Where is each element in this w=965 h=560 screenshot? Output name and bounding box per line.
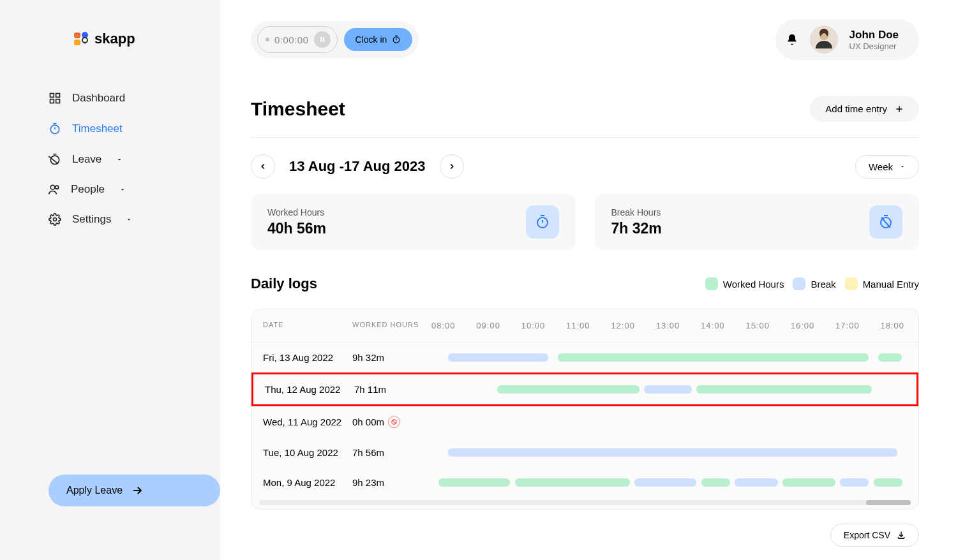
export-row: Export CSV xyxy=(251,524,919,547)
tick: 08:00 xyxy=(431,321,456,330)
clock-in-button[interactable]: Clock in xyxy=(344,28,413,51)
svg-rect-7 xyxy=(56,99,60,103)
timeline-ticks: 08:00 09:00 10:00 11:00 12:00 13:00 14:0… xyxy=(429,321,907,330)
row-timeline xyxy=(431,385,905,394)
log-row-highlighted[interactable]: Thu, 12 Aug 2022 7h 11m xyxy=(251,372,918,406)
user-info[interactable]: John Doe UX Designer xyxy=(849,29,899,51)
tick: 10:00 xyxy=(521,321,546,330)
chevron-down-icon xyxy=(125,216,133,223)
legend-swatch-worked xyxy=(705,277,718,290)
log-row[interactable]: Tue, 10 Aug 2022 7h 56m xyxy=(251,438,918,468)
download-icon xyxy=(897,531,906,540)
work-bar xyxy=(696,385,872,394)
row-timeline xyxy=(429,448,907,457)
work-bar xyxy=(515,478,630,487)
timer-icon xyxy=(392,35,401,44)
row-date: Fri, 13 Aug 2022 xyxy=(263,352,352,363)
worked-label: Worked Hours xyxy=(267,207,326,217)
apply-leave-button[interactable]: Apply Leave xyxy=(49,475,220,506)
nav-settings[interactable]: Settings xyxy=(48,204,172,235)
timer-icon xyxy=(526,205,559,239)
row-timeline xyxy=(429,478,907,487)
nav: Dashboard Timesheet Leave People xyxy=(0,83,220,235)
sidebar: skapp Dashboard Timesheet Leave xyxy=(0,0,220,560)
svg-line-34 xyxy=(393,420,396,424)
page-title: Timesheet xyxy=(251,98,345,120)
row-hours: 9h 23m xyxy=(352,477,429,488)
time-display: 0:00:00 xyxy=(257,26,338,53)
export-label: Export CSV xyxy=(844,530,890,540)
prev-week-button[interactable] xyxy=(251,154,275,179)
apply-leave-label: Apply Leave xyxy=(66,485,123,496)
notification-bell-icon[interactable] xyxy=(786,33,798,46)
logs-table: DATE WORKED HOURS 08:00 09:00 10:00 11:0… xyxy=(251,309,919,510)
nav-dashboard[interactable]: Dashboard xyxy=(48,83,172,114)
add-time-entry-button[interactable]: Add time entry xyxy=(810,96,919,122)
add-entry-label: Add time entry xyxy=(825,103,887,114)
work-bar xyxy=(438,478,510,487)
log-row[interactable]: Fri, 13 Aug 2022 9h 32m xyxy=(251,343,918,372)
tick: 09:00 xyxy=(476,321,500,330)
break-value: 7h 32m xyxy=(611,220,662,237)
legend-label: Manual Entry xyxy=(863,279,919,290)
chevron-down-icon xyxy=(899,163,906,170)
work-bar xyxy=(497,385,640,394)
tick: 17:00 xyxy=(835,321,860,330)
svg-point-20 xyxy=(394,37,400,43)
worked-hours-card: Worked Hours 40h 56m xyxy=(251,194,576,250)
nav-item-label: Leave xyxy=(72,153,101,166)
work-bar xyxy=(558,353,869,362)
svg-point-14 xyxy=(50,185,55,189)
period-select[interactable]: Week xyxy=(855,155,919,179)
export-csv-button[interactable]: Export CSV xyxy=(830,524,919,547)
tick: 16:00 xyxy=(791,321,815,330)
timer-off-icon xyxy=(869,205,902,239)
work-bar xyxy=(874,478,902,487)
log-row[interactable]: Mon, 9 Aug 2022 9h 23m xyxy=(251,468,918,497)
avatar[interactable] xyxy=(810,26,838,54)
work-bar xyxy=(782,478,835,487)
nav-item-label: Timesheet xyxy=(72,122,123,135)
next-week-button[interactable] xyxy=(440,154,464,179)
svg-rect-5 xyxy=(56,94,60,98)
logs-title: Daily logs xyxy=(251,276,317,292)
dashboard-icon xyxy=(48,91,62,105)
user-role: UX Designer xyxy=(849,41,899,51)
date-nav-row: 13 Aug -17 Aug 2023 Week xyxy=(251,154,919,179)
legend-manual: Manual Entry xyxy=(845,277,919,290)
plus-icon xyxy=(895,105,904,114)
row-date: Tue, 10 Aug 2022 xyxy=(263,447,352,458)
row-date: Wed, 11 Aug 2022 xyxy=(263,416,352,427)
logo: skapp xyxy=(0,31,220,47)
row-hours: 7h 56m xyxy=(352,447,429,458)
break-bar xyxy=(634,478,696,487)
legend-break: Break xyxy=(793,277,835,290)
pause-button[interactable] xyxy=(314,31,331,48)
log-row[interactable]: Wed, 11 Aug 2022 0h 00m xyxy=(251,406,918,438)
nav-item-label: Dashboard xyxy=(72,92,125,105)
scroll-thumb[interactable] xyxy=(866,500,911,505)
nav-leave[interactable]: Leave xyxy=(48,144,172,175)
row-hours: 9h 32m xyxy=(352,352,429,363)
svg-point-15 xyxy=(56,186,59,189)
work-bar xyxy=(878,353,902,362)
horizontal-scrollbar[interactable] xyxy=(259,500,911,505)
chevron-down-icon xyxy=(116,156,123,163)
title-row: Timesheet Add time entry xyxy=(251,96,919,138)
header-date: DATE xyxy=(263,321,352,330)
nav-people[interactable]: People xyxy=(48,175,172,204)
break-bar xyxy=(644,385,691,394)
row-hours: 7h 11m xyxy=(354,384,431,395)
break-label: Break Hours xyxy=(611,207,662,217)
nav-timesheet[interactable]: Timesheet xyxy=(48,114,172,144)
legend-label: Worked Hours xyxy=(723,279,784,290)
tick: 11:00 xyxy=(566,321,590,330)
legend-swatch-manual xyxy=(845,277,858,290)
stats-row: Worked Hours 40h 56m Break Hours 7h 32m xyxy=(251,194,919,250)
people-icon xyxy=(48,183,61,196)
tick: 18:00 xyxy=(880,321,904,330)
svg-rect-19 xyxy=(323,37,324,42)
svg-rect-0 xyxy=(74,33,80,38)
break-hours-card: Break Hours 7h 32m xyxy=(595,194,920,250)
tick: 12:00 xyxy=(611,321,635,330)
